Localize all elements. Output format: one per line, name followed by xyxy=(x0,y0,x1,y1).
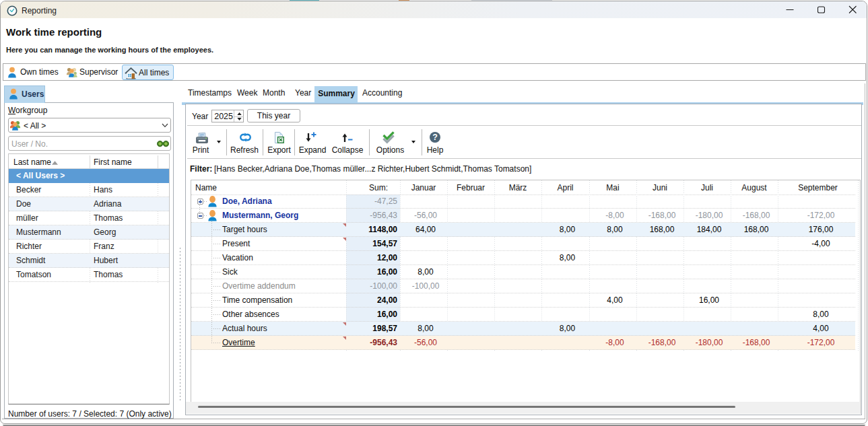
svg-text:?: ? xyxy=(432,133,438,142)
